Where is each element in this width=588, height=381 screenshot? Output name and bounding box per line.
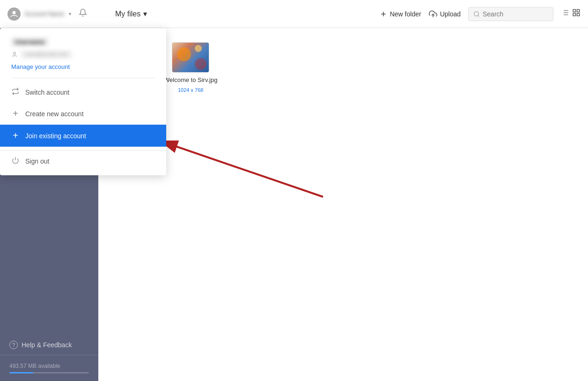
my-files-label: My files (115, 10, 140, 18)
svg-rect-15 (573, 14, 575, 16)
sidebar-footer: 493.57 MB available (0, 355, 98, 381)
view-icons (561, 8, 581, 19)
topbar: Account Name ▾ My files ▾ New folder (0, 0, 588, 28)
help-feedback-item[interactable]: ? Help & Feedback (0, 335, 98, 355)
grid-view-button[interactable] (572, 8, 581, 19)
user-icon-small (11, 51, 18, 58)
my-files-button[interactable]: My files ▾ (115, 9, 147, 18)
file-thumb-welcome (172, 42, 209, 73)
create-label: Create new account (25, 110, 84, 118)
join-account-item[interactable]: + Join existing account (0, 125, 166, 147)
join-plus-icon: + (11, 130, 20, 141)
upload-button[interactable]: Upload (429, 10, 461, 18)
list-view-button[interactable] (561, 8, 569, 19)
search-icon (473, 11, 480, 17)
switch-label: Switch account (25, 89, 69, 96)
svg-point-0 (13, 11, 16, 14)
file-name-welcome: Welcome to Sirv.jpg (164, 76, 217, 83)
storage-label: 493.57 MB available (9, 363, 89, 369)
dropdown-header: Username user@email.com Manage your acco… (0, 28, 166, 78)
svg-rect-12 (573, 9, 575, 12)
join-label: Join existing account (25, 132, 86, 140)
file-meta-welcome: 1024 x 768 (178, 87, 203, 93)
switch-icon (11, 88, 20, 97)
topbar-left: Account Name ▾ (7, 7, 106, 21)
dropdown-sign-out: Sign out (0, 150, 166, 175)
svg-point-4 (474, 11, 478, 15)
topbar-center: My files ▾ (106, 9, 380, 18)
files-grid: Spins Aug 21, 2018 Welcome to Sirv.jpg 1… (112, 42, 574, 93)
svg-rect-13 (577, 9, 580, 12)
svg-rect-14 (577, 14, 580, 16)
search-box (468, 7, 553, 21)
dropdown-username: Username (11, 37, 48, 46)
dropdown-menu: Username user@email.com Manage your acco… (0, 28, 166, 175)
create-plus-icon: + (11, 108, 20, 119)
upload-label: Upload (440, 10, 461, 18)
account-name-label: Account Name (24, 10, 64, 17)
dropdown-email: user@email.com (21, 50, 72, 59)
new-folder-label: New folder (390, 10, 421, 18)
svg-line-17 (159, 141, 323, 197)
power-icon (11, 157, 20, 166)
account-chevron-icon[interactable]: ▾ (69, 11, 71, 16)
my-files-chevron-icon: ▾ (143, 9, 147, 18)
user-avatar-icon[interactable] (7, 7, 21, 21)
search-input[interactable] (483, 10, 548, 18)
sign-out-row[interactable]: Sign out (11, 157, 155, 166)
topbar-right: New folder Upload (380, 7, 581, 21)
svg-line-5 (478, 15, 479, 16)
help-label: Help & Feedback (22, 341, 72, 349)
storage-bar (9, 372, 89, 374)
content-area: Spins Aug 21, 2018 Welcome to Sirv.jpg 1… (98, 28, 588, 381)
dropdown-items: Switch account + Create new account + Jo… (0, 78, 166, 150)
create-account-item[interactable]: + Create new account (0, 103, 166, 125)
question-icon: ? (9, 341, 18, 349)
storage-bar-fill (9, 372, 33, 374)
file-item-welcome[interactable]: Welcome to Sirv.jpg 1024 x 768 (164, 42, 217, 93)
new-folder-button[interactable]: New folder (380, 10, 421, 18)
switch-account-item[interactable]: Switch account (0, 82, 166, 103)
dropdown-email-row: user@email.com (11, 50, 155, 59)
bell-icon[interactable] (79, 8, 87, 19)
sign-out-label: Sign out (25, 157, 49, 165)
manage-account-link[interactable]: Manage your account (11, 63, 155, 70)
svg-point-18 (14, 52, 16, 54)
